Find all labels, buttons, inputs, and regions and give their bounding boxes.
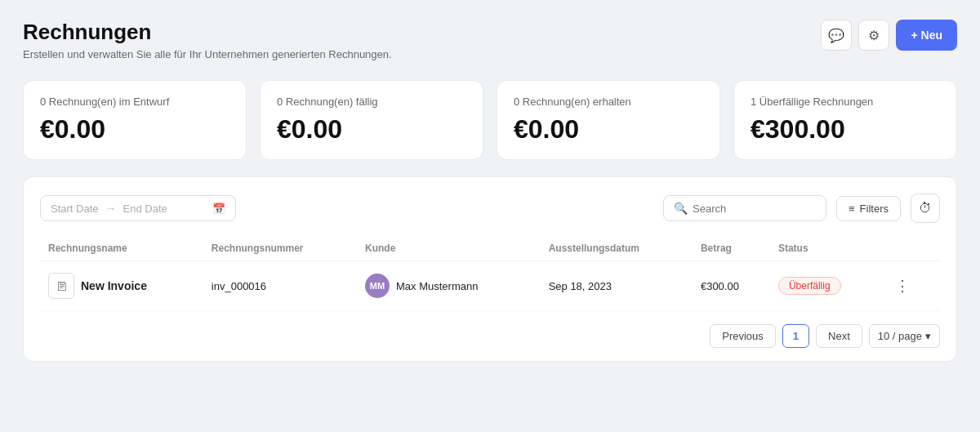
page-title-block: Rechnungen Erstellen und verwalten Sie a… bbox=[23, 20, 392, 60]
stat-label-due: 0 Rechnung(en) fällig bbox=[277, 96, 466, 108]
stat-value-due: €0.00 bbox=[277, 114, 466, 145]
cell-actions: ⋮ bbox=[882, 261, 940, 311]
search-input[interactable] bbox=[693, 203, 807, 215]
chevron-down-icon: ▾ bbox=[925, 330, 931, 342]
stat-card-received: 0 Rechnung(en) erhalten €0.00 bbox=[497, 80, 720, 160]
main-panel: Start Date → End Date 📅 🔍 ≡ Filters ⏱ bbox=[23, 176, 957, 362]
invoices-table: Rechnungsname Rechnungsnummer Kunde Auss… bbox=[40, 236, 940, 311]
filters-label: Filters bbox=[860, 203, 889, 215]
col-header-amount: Betrag bbox=[693, 236, 770, 261]
stat-value-draft: €0.00 bbox=[40, 114, 229, 145]
stat-card-draft: 0 Rechnung(en) im Entwurf €0.00 bbox=[23, 80, 247, 160]
col-header-date: Ausstellungsdatum bbox=[541, 236, 693, 261]
search-box[interactable]: 🔍 bbox=[663, 195, 826, 221]
col-header-number: Rechnungsnummer bbox=[203, 236, 357, 261]
download-button[interactable]: ⏱ bbox=[911, 194, 940, 223]
end-date-label: End Date bbox=[123, 203, 167, 215]
feedback-icon: 💬 bbox=[828, 28, 844, 43]
new-invoice-button[interactable]: + Neu bbox=[896, 20, 957, 51]
pagination: Previous 1 Next 10 / page ▾ bbox=[40, 324, 940, 348]
per-page-selector[interactable]: 10 / page ▾ bbox=[869, 324, 940, 348]
page-header: Rechnungen Erstellen und verwalten Sie a… bbox=[23, 20, 957, 60]
cell-invoice-number: inv_000016 bbox=[203, 261, 357, 311]
page-subtitle: Erstellen und verwalten Sie alle für Ihr… bbox=[23, 48, 392, 60]
page-title: Rechnungen bbox=[23, 20, 392, 45]
col-header-customer: Kunde bbox=[357, 236, 541, 261]
feedback-button[interactable]: 💬 bbox=[821, 20, 852, 51]
col-header-actions bbox=[882, 236, 940, 261]
cell-amount: €300.00 bbox=[693, 261, 770, 311]
date-range-picker[interactable]: Start Date → End Date 📅 bbox=[40, 195, 236, 221]
next-button[interactable]: Next bbox=[816, 324, 862, 348]
search-icon: 🔍 bbox=[674, 202, 688, 215]
current-page: 1 bbox=[782, 324, 809, 348]
cell-date: Sep 18, 2023 bbox=[541, 261, 693, 311]
previous-button[interactable]: Previous bbox=[710, 324, 776, 348]
status-badge: Überfällig bbox=[778, 277, 841, 295]
more-options-button[interactable]: ⋮ bbox=[890, 274, 915, 298]
invoice-icon: 🖹 bbox=[48, 273, 74, 299]
stat-label-draft: 0 Rechnung(en) im Entwurf bbox=[40, 96, 229, 108]
stat-label-overdue: 1 Überfällige Rechnungen bbox=[751, 96, 940, 108]
header-actions: 💬 ⚙ + Neu bbox=[821, 20, 957, 51]
invoice-name-label: New Invoice bbox=[81, 279, 147, 292]
calendar-icon: 📅 bbox=[212, 203, 225, 215]
col-header-status: Status bbox=[770, 236, 882, 261]
stats-row: 0 Rechnung(en) im Entwurf €0.00 0 Rechnu… bbox=[23, 80, 957, 160]
table-row: 🖹 New Invoice inv_000016 MM Max Musterma… bbox=[40, 261, 940, 311]
stat-value-overdue: €300.00 bbox=[751, 114, 940, 145]
customer-name: Max Mustermann bbox=[396, 280, 478, 292]
cell-customer: MM Max Mustermann bbox=[357, 261, 541, 311]
stat-card-overdue: 1 Überfällige Rechnungen €300.00 bbox=[733, 80, 957, 160]
stat-card-due: 0 Rechnung(en) fällig €0.00 bbox=[260, 80, 483, 160]
stat-value-received: €0.00 bbox=[514, 114, 703, 145]
settings-icon: ⚙ bbox=[868, 28, 880, 43]
toolbar: Start Date → End Date 📅 🔍 ≡ Filters ⏱ bbox=[40, 194, 940, 223]
start-date-label: Start Date bbox=[51, 203, 99, 215]
avatar: MM bbox=[365, 274, 390, 298]
filter-icon: ≡ bbox=[849, 203, 855, 215]
arrow-icon: → bbox=[105, 202, 117, 215]
settings-button[interactable]: ⚙ bbox=[858, 20, 889, 51]
filters-button[interactable]: ≡ Filters bbox=[836, 196, 901, 221]
stat-label-received: 0 Rechnung(en) erhalten bbox=[514, 96, 703, 108]
download-icon: ⏱ bbox=[919, 201, 932, 216]
table-header-row: Rechnungsname Rechnungsnummer Kunde Auss… bbox=[40, 236, 940, 261]
col-header-name: Rechnungsname bbox=[40, 236, 203, 261]
cell-invoice-name: 🖹 New Invoice bbox=[40, 261, 203, 311]
cell-status: Überfällig bbox=[770, 261, 882, 311]
per-page-label: 10 / page bbox=[878, 330, 922, 342]
